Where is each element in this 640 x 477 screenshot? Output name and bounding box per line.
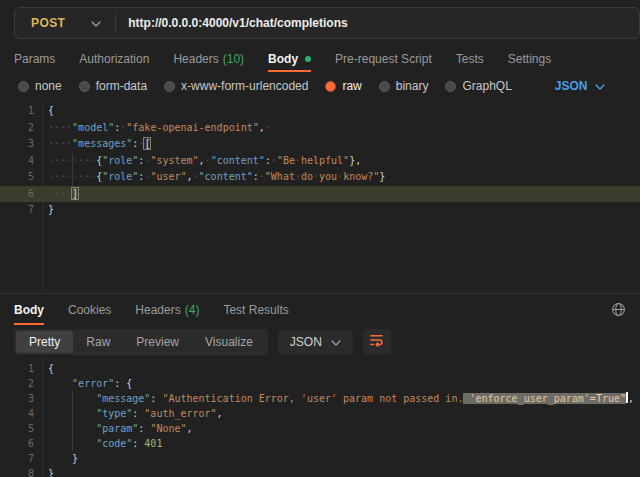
chevron-down-icon — [91, 16, 101, 30]
body-type-x-www-form-urlencoded[interactable]: x-www-form-urlencoded — [164, 79, 308, 93]
line-content: { — [34, 103, 54, 120]
token: ···· — [48, 122, 72, 133]
token: "None" — [150, 423, 186, 434]
line-content: } — [34, 202, 54, 219]
token: [ — [143, 137, 151, 150]
request-body-editor[interactable]: 1{2····"model":·"fake-openai-endpoint",·… — [0, 100, 640, 293]
token: ········ — [48, 155, 96, 166]
line-number: 5 — [0, 421, 34, 436]
request-tab-pre-request-script[interactable]: Pre-request Script — [335, 46, 432, 72]
radio-label: GraphQL — [462, 79, 511, 93]
line-content: } — [34, 451, 78, 466]
token: : — [132, 438, 144, 449]
token: "What — [265, 171, 295, 182]
view-raw-button[interactable]: Raw — [73, 331, 123, 353]
tab-label: Tests — [456, 52, 484, 66]
radio-icon — [79, 81, 90, 92]
code-line-8[interactable]: 8} — [0, 466, 640, 477]
view-visualize-button[interactable]: Visualize — [192, 331, 266, 353]
code-line-3[interactable]: 3 "message": "Authentication Error, 'use… — [0, 391, 640, 406]
token: 'enforce_user_param'=True" — [463, 393, 626, 404]
code-line-5[interactable]: 5 "param": "None", — [0, 421, 640, 436]
code-line-4[interactable]: 4 "type": "auth_error", — [0, 406, 640, 421]
token: { — [48, 105, 54, 116]
chevron-down-icon — [595, 79, 605, 93]
unsaved-dot-icon — [305, 56, 311, 62]
response-tab-body[interactable]: Body — [14, 294, 44, 325]
radio-label: raw — [342, 79, 361, 93]
line-content: "code": 401 — [34, 436, 162, 451]
code-line-5[interactable]: 5········{"role":·"user",·"content":·"Wh… — [0, 169, 640, 186]
tab-label: Params — [14, 52, 55, 66]
line-number: 4 — [0, 153, 34, 170]
response-view-switcher: PrettyRawPreviewVisualize — [14, 329, 268, 355]
token: } — [48, 204, 54, 215]
code-line-4[interactable]: 4········{"role":·"system",·"content":·"… — [0, 153, 640, 170]
body-type-graphql[interactable]: GraphQL — [445, 79, 511, 93]
request-tab-body[interactable]: Body — [268, 46, 311, 72]
line-number: 3 — [0, 136, 34, 153]
response-toolbar: PrettyRawPreviewVisualize JSON — [0, 325, 640, 358]
token: you — [319, 171, 337, 182]
token: } — [379, 171, 385, 182]
url-container: POST http://0.0.0.0:4000/v1/chat/complet… — [14, 7, 640, 39]
response-body-viewer[interactable]: 1{2 "error": {3 "message": "Authenticati… — [0, 358, 640, 477]
body-type-form-data[interactable]: form-data — [79, 79, 147, 93]
response-panel: BodyCookiesHeaders(4)Test Results Pretty… — [0, 293, 640, 477]
request-tab-authorization[interactable]: Authorization — [79, 46, 149, 72]
raw-language-select[interactable]: JSON — [555, 79, 605, 93]
tab-label: Cookies — [68, 303, 111, 317]
code-line-1[interactable]: 1{ — [0, 103, 640, 120]
tab-label: Settings — [508, 52, 551, 66]
body-type-binary[interactable]: binary — [379, 79, 429, 93]
request-tab-tests[interactable]: Tests — [456, 46, 484, 72]
line-number: 2 — [0, 376, 34, 391]
code-line-3[interactable]: 3····"messages":·[ — [0, 136, 640, 153]
request-tab-settings[interactable]: Settings — [508, 46, 551, 72]
code-line-7[interactable]: 7} — [0, 202, 640, 219]
token: { — [48, 363, 54, 374]
body-type-raw[interactable]: raw — [325, 79, 361, 93]
line-content: ········{"role":·"system",·"content":·"B… — [34, 153, 361, 170]
code-line-7[interactable]: 7 } — [0, 451, 640, 466]
line-content: "type": "auth_error", — [34, 406, 223, 421]
view-preview-button[interactable]: Preview — [123, 331, 192, 353]
response-format-select[interactable]: JSON — [278, 330, 353, 354]
code-line-2[interactable]: 2 "error": { — [0, 376, 640, 391]
tab-count-badge: (4) — [185, 303, 200, 317]
code-line-1[interactable]: 1{ — [0, 361, 640, 376]
line-content: "param": "None", — [34, 421, 193, 436]
token: know?" — [343, 171, 379, 182]
token: "Be — [277, 155, 295, 166]
wrap-text-button[interactable] — [363, 329, 391, 354]
code-line-6[interactable]: 6 "code": 401 — [0, 436, 640, 451]
token: , — [628, 393, 634, 404]
method-selector[interactable]: POST — [15, 16, 115, 30]
request-tab-headers[interactable]: Headers(10) — [173, 46, 244, 72]
line-content: ····"model":·"fake-openai-endpoint",· — [34, 120, 271, 137]
token: : — [132, 408, 144, 419]
network-globe-icon[interactable] — [611, 302, 626, 317]
code-line-6[interactable]: 6····] — [0, 186, 640, 203]
line-number: 8 — [0, 466, 34, 477]
code-line-2[interactable]: 2····"model":·"fake-openai-endpoint",· — [0, 120, 640, 137]
body-type-none[interactable]: none — [18, 79, 62, 93]
tab-count-badge: (10) — [223, 52, 244, 66]
response-tab-cookies[interactable]: Cookies — [68, 294, 111, 325]
token — [48, 393, 96, 404]
radio-label: x-www-form-urlencoded — [181, 79, 308, 93]
line-content: "message": "Authentication Error, 'user'… — [34, 391, 634, 406]
line-content: ········{"role":·"user",·"content":·"Wha… — [34, 169, 385, 186]
token: "Authentication Error, 'user' param not … — [162, 393, 463, 404]
url-input[interactable]: http://0.0.0.0:4000/v1/chat/completions — [116, 16, 347, 30]
token: "code" — [96, 438, 132, 449]
request-tab-params[interactable]: Params — [14, 46, 55, 72]
raw-language-label: JSON — [555, 79, 588, 93]
line-content: "error": { — [34, 376, 132, 391]
token: "system" — [150, 155, 198, 166]
view-pretty-button[interactable]: Pretty — [16, 331, 73, 353]
wrap-text-icon — [369, 333, 384, 350]
response-tab-test-results[interactable]: Test Results — [223, 294, 288, 325]
radio-label: none — [35, 79, 62, 93]
response-tab-headers[interactable]: Headers(4) — [135, 294, 199, 325]
